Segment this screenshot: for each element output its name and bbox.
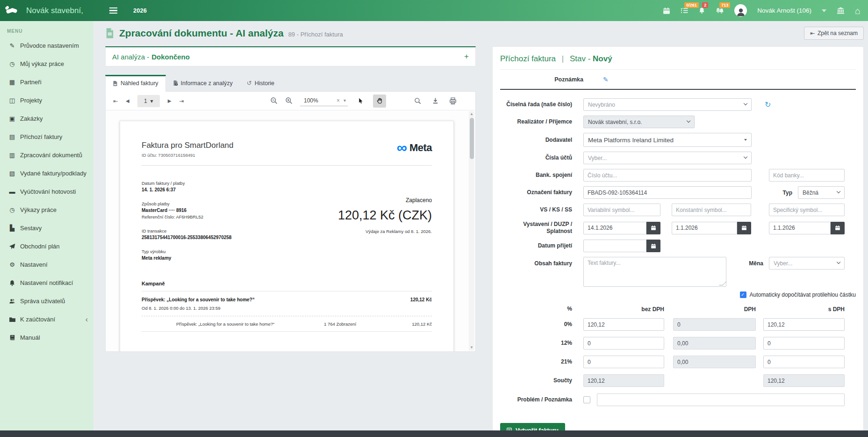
- vat21-base-input[interactable]: [583, 356, 664, 368]
- tasks-icon[interactable]: 0/261: [681, 7, 688, 14]
- ai-analysis-label: AI analýza -: [112, 53, 149, 61]
- pdf-file-icon: [113, 80, 118, 87]
- currency-select[interactable]: Vyber...: [769, 257, 845, 269]
- sidebar-item-partneri[interactable]: ▦ Partneři: [0, 73, 93, 91]
- calendar-icon[interactable]: [831, 222, 845, 234]
- info-document-icon: [173, 80, 178, 86]
- variable-symbol-input[interactable]: [583, 204, 660, 216]
- sidebar-item-muj-vykaz-prace[interactable]: ◷ Můj výkaz práce: [0, 55, 93, 73]
- sidebar-item-zpracovani-dokumentu[interactable]: ▥ Zpracování dokumentů: [0, 146, 93, 164]
- next-page-button[interactable]: ▶: [168, 98, 172, 103]
- specific-symbol-input[interactable]: [769, 204, 845, 216]
- user-menu-chevron-icon[interactable]: [822, 9, 826, 12]
- ai-analysis-status-card[interactable]: AI analýza - Dokončeno +: [105, 46, 476, 66]
- supplier-select[interactable]: Meta Platforms Ireland Limited: [583, 133, 752, 147]
- scroll-down-icon[interactable]: ▼: [469, 345, 474, 350]
- download-icon[interactable]: [432, 97, 439, 104]
- sidebar-item-manual[interactable]: Manuál: [0, 328, 93, 347]
- home-icon[interactable]: ⌂: [855, 6, 861, 15]
- document-icon: [105, 28, 115, 39]
- back-to-list-button[interactable]: ⇤ Zpět na seznam: [804, 27, 864, 40]
- problem-note-input[interactable]: [597, 393, 845, 406]
- autocalc-checkbox[interactable]: [740, 291, 746, 298]
- vat12-total-input[interactable]: [763, 337, 845, 350]
- zoom-out-icon[interactable]: [270, 97, 278, 105]
- invoice-content-textarea[interactable]: [583, 257, 726, 287]
- app-logo-handshake-icon[interactable]: [5, 4, 19, 18]
- account-numbers-select[interactable]: Vyber...: [583, 152, 752, 164]
- scrollbar-thumb[interactable]: [470, 118, 474, 159]
- bell-icon[interactable]: 2: [698, 7, 705, 14]
- vat12-base-input[interactable]: [583, 337, 664, 350]
- sidebar-item-sestavy[interactable]: ▙ Sestavy: [0, 219, 93, 237]
- user-avatar[interactable]: [734, 4, 747, 17]
- search-icon[interactable]: [414, 97, 422, 105]
- vat0-base-input[interactable]: [583, 318, 664, 331]
- issue-date-input[interactable]: [583, 222, 646, 234]
- sidebar-item-zakazky[interactable]: ▣ Zakázky: [0, 109, 93, 128]
- chevron-left-icon[interactable]: ‹: [86, 315, 88, 324]
- campaign-line-item: Příspěvek: „Looking for a souvenir to ta…: [142, 321, 432, 327]
- bank-account-input[interactable]: [583, 169, 752, 182]
- active-year[interactable]: 2026: [133, 7, 147, 14]
- select-cursor-tool[interactable]: [355, 95, 366, 108]
- hand-pan-tool[interactable]: [373, 95, 386, 108]
- bank-connection-label: Bank. spojení: [500, 172, 583, 179]
- page-number-select[interactable]: 1 ▾: [137, 95, 160, 107]
- vertical-scrollbar[interactable]: ▲ ▼: [469, 111, 474, 350]
- received-date-input[interactable]: [583, 240, 646, 252]
- calendar-icon[interactable]: [646, 222, 660, 234]
- calendar-icon[interactable]: [663, 7, 670, 15]
- sidebar-item-k-zauctovani[interactable]: K zaúčtování ‹: [0, 310, 93, 328]
- notifications-icon[interactable]: 713: [716, 7, 724, 14]
- sidebar-item-vyuctovani-hotovosti[interactable]: ▬ Vyúčtování hotovosti: [0, 182, 93, 201]
- invoice-number-input[interactable]: [583, 186, 752, 199]
- sidebar-item-sprava-uzivatelu[interactable]: Správa uživatelů: [0, 292, 93, 310]
- print-icon[interactable]: [449, 97, 457, 105]
- pdf-document-area[interactable]: Faktura pro SmartDorland ID účtu: 730503…: [106, 110, 475, 351]
- sidebar-item-vykazy-prace[interactable]: ◷ Výkazy práce: [0, 201, 93, 219]
- problem-checkbox[interactable]: [583, 396, 590, 403]
- constant-symbol-input[interactable]: [672, 204, 751, 216]
- vat-base-header: bez DPH: [583, 306, 664, 313]
- user-name[interactable]: Novák Arnošt (106): [757, 7, 811, 14]
- duzp-date-input[interactable]: [672, 222, 737, 234]
- refresh-icon[interactable]: ↻: [765, 100, 771, 109]
- back-arrow-icon: ⇤: [810, 30, 815, 36]
- hamburger-menu-icon[interactable]: [109, 6, 117, 15]
- previous-page-button[interactable]: ◀: [126, 98, 129, 103]
- tab-nahled-faktury[interactable]: Náhled faktury: [105, 75, 166, 92]
- edit-note-pencil-icon[interactable]: ✎: [603, 76, 609, 83]
- first-page-button[interactable]: ⇤: [113, 98, 118, 104]
- last-page-button[interactable]: ⇥: [179, 98, 184, 104]
- sidebar-item-projekty[interactable]: ◫ Projekty: [0, 91, 93, 109]
- tab-informace-z-analyzy[interactable]: Informace z analýzy: [166, 75, 240, 91]
- amount-note: Výdaje za Reklamy od 8. 1. 2026.: [338, 229, 432, 234]
- scroll-up-icon[interactable]: ▲: [469, 111, 474, 117]
- sidebar-item-nastaveni[interactable]: ⚙ Nastavení: [0, 255, 93, 274]
- vat21-total-input[interactable]: [763, 356, 845, 368]
- zoom-in-icon[interactable]: [285, 97, 293, 105]
- calendar-icon[interactable]: [737, 222, 751, 234]
- transaction-id-label: ID transakce: [142, 228, 231, 233]
- tab-historie[interactable]: ↺ Historie: [240, 75, 281, 91]
- zoom-caret-icon[interactable]: ▾: [344, 98, 346, 103]
- sidebar-item-vydane-faktury[interactable]: ▧ Vydané faktury/podklady: [0, 164, 93, 182]
- vat0-total-input[interactable]: [763, 318, 845, 331]
- realizator-select[interactable]: Novák stavební, s.r.o.: [583, 116, 695, 128]
- sidebar-item-obchodni-plan[interactable]: Obchodní plán: [0, 237, 93, 255]
- sidebar-item-prichozi-faktury[interactable]: ▤ Příchozí faktury: [0, 128, 93, 146]
- calendar-icon[interactable]: [646, 240, 660, 252]
- clear-zoom-icon[interactable]: ×: [337, 97, 340, 104]
- company-name: Novák stavební,: [26, 6, 96, 15]
- vat-rate-header: %: [500, 306, 583, 313]
- expand-plus-icon[interactable]: +: [464, 52, 469, 61]
- bank-code-input[interactable]: [769, 169, 845, 182]
- due-date-input[interactable]: [769, 222, 831, 234]
- type-select[interactable]: Běžná: [798, 186, 845, 199]
- series-select[interactable]: Nevybráno: [583, 98, 752, 111]
- sidebar-item-pruvodce-nastavenim[interactable]: ✎ Průvodce nastavením: [0, 36, 93, 55]
- sidebar-item-nastaveni-notifikaci[interactable]: Nastavení notifikací: [0, 274, 93, 292]
- zoom-level-input[interactable]: 100% × ▾: [300, 96, 348, 106]
- bank-icon[interactable]: [837, 7, 845, 14]
